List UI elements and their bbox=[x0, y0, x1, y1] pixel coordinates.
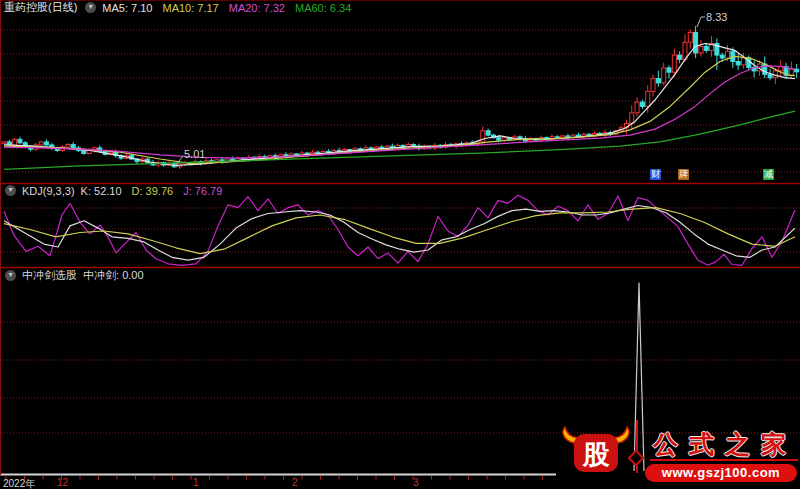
chart-canvas[interactable] bbox=[0, 0, 800, 489]
signal-title[interactable]: 中冲剑选股 bbox=[22, 268, 77, 283]
kdj-readout-2: J: 76.79 bbox=[183, 185, 222, 197]
bull-logo-icon: 股 bbox=[558, 426, 634, 474]
logo-underline bbox=[650, 459, 798, 461]
collapse-main-icon[interactable]: ▾ bbox=[85, 2, 96, 13]
collapse-kdj-icon[interactable]: ▾ bbox=[5, 185, 16, 196]
site-url[interactable]: www.gszj100.com bbox=[645, 464, 797, 482]
site-name: 公式之家 bbox=[653, 428, 799, 461]
kdj-readout-0: K: 52.10 bbox=[81, 185, 122, 197]
collapse-signal-icon[interactable]: ▾ bbox=[5, 270, 16, 281]
trading-app-window: 重药控股(日线) ▾ MA5: 7.10MA10: 7.17MA20: 7.32… bbox=[0, 0, 800, 489]
month-label-2: 2 bbox=[292, 477, 298, 488]
event-icon-财[interactable]: 财 bbox=[650, 169, 661, 180]
month-label-3: 3 bbox=[413, 477, 419, 488]
signal-readout: 中冲剑: 0.00 bbox=[83, 268, 144, 283]
kdj-readout-1: D: 39.76 bbox=[132, 185, 174, 197]
ma-readout-3: MA60: 6.34 bbox=[295, 2, 351, 14]
event-icon-减[interactable]: 减 bbox=[763, 169, 774, 180]
kdj-panel-header: ▾ KDJ(9,3,3) K: 52.10D: 39.76J: 76.79 bbox=[0, 185, 800, 196]
year-label: 2022年 bbox=[3, 477, 35, 489]
signal-panel-header: ▾ 中冲剑选股 中冲剑: 0.00 bbox=[0, 269, 800, 281]
ma-readout-2: MA20: 7.32 bbox=[229, 2, 285, 14]
signal-value: 0.00 bbox=[122, 269, 143, 281]
ma-readout-1: MA10: 7.17 bbox=[162, 2, 218, 14]
main-panel-header: 重药控股(日线) ▾ MA5: 7.10MA10: 7.17MA20: 7.32… bbox=[0, 1, 800, 14]
bull-logo-char: 股 bbox=[582, 439, 611, 470]
event-icon-牌[interactable]: 牌 bbox=[678, 169, 689, 180]
month-label-1: 1 bbox=[193, 477, 199, 488]
month-label-12: 12 bbox=[57, 477, 68, 488]
stock-title[interactable]: 重药控股(日线) bbox=[0, 0, 77, 15]
price-annotation-5.01: 5.01 bbox=[184, 148, 205, 160]
signal-label: 中冲剑: bbox=[83, 269, 119, 281]
kdj-readouts: K: 52.10D: 39.76J: 76.79 bbox=[81, 185, 233, 197]
kdj-title[interactable]: KDJ(9,3,3) bbox=[22, 185, 75, 197]
price-annotation-8.33: 8.33 bbox=[706, 11, 727, 23]
ma-readout-0: MA5: 7.10 bbox=[102, 2, 152, 14]
ma-readouts: MA5: 7.10MA10: 7.17MA20: 7.32MA60: 6.34 bbox=[102, 2, 361, 14]
left-border bbox=[0, 0, 1, 475]
